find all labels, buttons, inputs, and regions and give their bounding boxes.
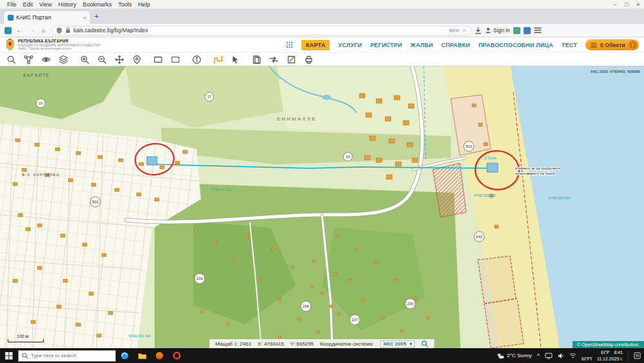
tool-pan-button[interactable] xyxy=(111,53,128,66)
downloads-icon[interactable] xyxy=(475,27,482,34)
tool-zoom-out-button[interactable] xyxy=(93,53,111,66)
osm-attribution[interactable]: © OpenStreetMap contributors. xyxy=(573,341,644,348)
printer-icon xyxy=(304,55,314,64)
nav-karta[interactable]: КАРТА xyxy=(301,40,330,50)
tool-measure-button[interactable] xyxy=(209,53,227,66)
wifi-icon[interactable] xyxy=(569,353,576,358)
start-button[interactable] xyxy=(0,352,18,360)
taskbar-edge-icon[interactable] xyxy=(116,351,133,360)
taskbar-tray: 2°C Sunny ^ БГР 8:41 БГРТ 11.12.2025 г. xyxy=(497,349,644,362)
tooltip-line2: изчертаването на линия xyxy=(515,172,555,175)
shield-icon[interactable] xyxy=(56,27,62,34)
taskbar-search-input[interactable] xyxy=(31,353,103,358)
menu-bookmarks[interactable]: Bookmarks xyxy=(79,1,115,8)
map-scale-bar: 100 м xyxy=(8,334,44,342)
parcel-code: 57491.501.604 xyxy=(129,334,151,338)
tool-print-button[interactable] xyxy=(300,53,317,66)
close-button[interactable]: × xyxy=(632,1,644,8)
keyboard-lang-2: БГРТ xyxy=(582,356,592,362)
tool-marker-button[interactable] xyxy=(128,53,146,66)
person-icon xyxy=(485,27,491,34)
url-text[interactable]: kais.cadastre.bg/bg/Map/Index xyxy=(73,27,148,34)
tool-visibility-button[interactable] xyxy=(37,53,55,66)
address-toolbar: ← → ⌂ kais.cadastre.bg/bg/Map/Index 90% … xyxy=(0,24,644,37)
extension-icon-1[interactable] xyxy=(513,27,520,34)
menu-file[interactable]: File xyxy=(4,1,20,8)
tool-select-button[interactable] xyxy=(227,53,244,66)
tool-rect-select-button[interactable] xyxy=(149,53,167,66)
status-crs-label: Координатна система: xyxy=(320,341,374,347)
tooltip-line1: Кликнете за да продължите xyxy=(515,166,561,170)
apps-grid-icon[interactable] xyxy=(286,41,293,48)
keyboard-lang-1: БГР xyxy=(601,349,609,355)
tool-network-button[interactable] xyxy=(20,53,37,66)
taskbar-clock[interactable]: БГР 8:41 БГРТ 11.12.2025 г. xyxy=(582,349,623,362)
maximize-button[interactable]: □ xyxy=(621,1,632,8)
brand-line1: РЕПУБЛИКА БЪЛГАРИЯ xyxy=(18,39,100,43)
nav-registri[interactable]: РЕГИСТРИ xyxy=(370,42,402,48)
tool-layers-button[interactable] xyxy=(55,53,72,66)
tab-close-icon[interactable]: × xyxy=(83,15,86,21)
forward-button[interactable]: → xyxy=(27,27,36,34)
taskbar-search[interactable] xyxy=(18,350,116,362)
sign-in-button[interactable]: Sign in xyxy=(485,27,510,34)
address-bar[interactable]: kais.cadastre.bg/bg/Map/Index 90% ☆ xyxy=(52,26,471,35)
notifications-icon[interactable] xyxy=(634,352,641,359)
objects-button[interactable]: 0 Обекти ↓ xyxy=(585,39,639,50)
sign-in-label: Sign in xyxy=(493,27,510,34)
taskbar-firefox-icon[interactable] xyxy=(151,351,168,360)
home-button[interactable]: ⌂ xyxy=(39,27,48,34)
tool-book-button[interactable] xyxy=(248,53,265,66)
book-icon xyxy=(252,55,261,64)
weather-widget[interactable]: 2°C Sunny xyxy=(497,353,531,359)
tool-note-button[interactable] xyxy=(283,53,300,66)
zoom-indicator[interactable]: 90% xyxy=(449,28,459,34)
weather-label: 2°C Sunny xyxy=(507,353,531,358)
browser-tab[interactable]: КАИС Портал × xyxy=(4,11,90,24)
tool-polygon-select-button[interactable] xyxy=(167,53,184,66)
portal-nav: КАРТА УСЛУГИ РЕГИСТРИ ЖАЛБИ СПРАВКИ ПРАВ… xyxy=(286,39,639,50)
monitor-icon[interactable] xyxy=(545,353,553,359)
menu-edit[interactable]: Edit xyxy=(20,1,37,8)
menu-help[interactable]: Help xyxy=(135,1,153,8)
new-tab-button[interactable]: + xyxy=(90,9,103,24)
taskbar: 2°C Sunny ^ БГР 8:41 БГРТ 11.12.2025 г. xyxy=(0,348,644,363)
tool-search-button[interactable] xyxy=(3,53,20,66)
menu-history[interactable]: History xyxy=(55,1,79,8)
objects-download-icon[interactable]: ↓ xyxy=(629,41,637,49)
menu-tools[interactable]: Tools xyxy=(115,1,135,8)
selected-parcel-right[interactable] xyxy=(487,163,498,172)
brand-line3: КАИС - Портал за електронни услуги xyxy=(18,47,100,51)
taskbar-opera-icon[interactable] xyxy=(168,351,185,360)
parcel-code: 57491.502.504 xyxy=(549,196,571,200)
app-icon[interactable] xyxy=(5,27,12,34)
extension-icon-2[interactable] xyxy=(524,27,531,34)
tool-info-button[interactable] xyxy=(188,53,205,66)
map-canvas[interactable]: 17 16 10 502 502 242 236 236 237 238 ВЪР… xyxy=(0,66,644,348)
back-button[interactable]: ← xyxy=(15,27,24,34)
lock-icon[interactable] xyxy=(65,27,71,34)
nav-zhalbi[interactable]: ЖАЛБИ xyxy=(410,42,433,48)
map-area[interactable]: 17 16 10 502 502 242 236 236 237 238 ВЪР… xyxy=(0,66,644,348)
nav-spravki[interactable]: СПРАВКИ xyxy=(441,42,470,48)
tool-zoom-in-button[interactable] xyxy=(76,53,93,66)
menu-view[interactable]: View xyxy=(36,1,55,8)
place-label-vz: В.З. КОРПИЛЕЦ xyxy=(22,173,60,177)
tool-swap-button[interactable] xyxy=(265,53,283,66)
bookmark-star-icon[interactable]: ☆ xyxy=(462,27,467,34)
nav-uslugi[interactable]: УСЛУГИ xyxy=(338,42,362,48)
menu-icon[interactable] xyxy=(534,27,542,34)
clock-time: 8:41 xyxy=(614,349,623,355)
tray-expand-icon[interactable]: ^ xyxy=(537,353,540,359)
crs-value: ККС 2005 xyxy=(383,341,406,347)
taskbar-explorer-icon[interactable] xyxy=(133,352,151,360)
portal-brand[interactable]: РЕПУБЛИКА БЪЛГАРИЯ АГЕНЦИЯ ПО ГЕОДЕЗИЯ, … xyxy=(5,39,100,51)
status-search-icon[interactable] xyxy=(422,340,429,348)
selected-parcel-left[interactable] xyxy=(147,157,157,165)
nav-test[interactable]: ТЕСТ xyxy=(562,42,577,48)
speaker-icon[interactable] xyxy=(558,353,564,359)
nav-pravosposobni-lica[interactable]: ПРАВОСПОСОБНИ ЛИЦА xyxy=(478,42,553,48)
crs-dropdown[interactable]: ККС 2005 ▾ xyxy=(380,340,415,348)
minimize-button[interactable]: − xyxy=(609,1,621,8)
portal-header: РЕПУБЛИКА БЪЛГАРИЯ АГЕНЦИЯ ПО ГЕОДЕЗИЯ, … xyxy=(0,37,644,53)
